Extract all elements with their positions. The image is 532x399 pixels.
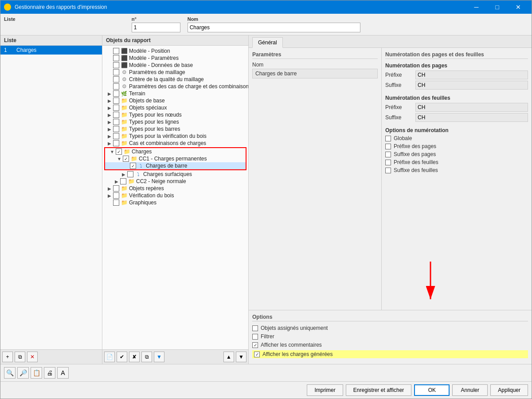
tree-item-params-cas[interactable]: ⚙ Paramètres des cas de charge et des co…: [102, 83, 248, 90]
tree-item-objets-speciaux[interactable]: ▶ 📁 Objets spéciaux: [102, 104, 248, 111]
tree-item-types-barres[interactable]: ▶ 📁 Types pour les barres: [102, 125, 248, 133]
ok-button[interactable]: OK: [414, 384, 450, 396]
opt-globale-cb[interactable]: [385, 136, 391, 141]
model-icon: ⬛: [121, 55, 128, 61]
opt-commentaires-cb[interactable]: [252, 342, 258, 348]
filter-btn[interactable]: ▼: [154, 352, 164, 362]
tree-checkbox[interactable]: [113, 98, 119, 104]
pages-suffix-row: Suffixe CH: [385, 81, 528, 90]
new-btn[interactable]: 📄: [104, 352, 115, 362]
tree-checkbox[interactable]: [120, 178, 126, 184]
feuilles-prefix-value: CH: [415, 103, 528, 112]
tree-checkbox[interactable]: [113, 200, 119, 206]
folder-icon: 📁: [121, 126, 128, 132]
pages-prefix-value: CH: [415, 70, 528, 79]
tree-checkbox[interactable]: [113, 55, 119, 61]
tree-item-modele-params[interactable]: ⬛ Modèle - Paramètres: [102, 55, 248, 62]
tree-checkbox[interactable]: [113, 90, 119, 97]
opt-assignes-label: Objets assignés uniquement: [261, 325, 328, 331]
tree-checkbox[interactable]: [113, 133, 119, 139]
list-area: 1 Charges: [0, 46, 102, 349]
appliquer-button[interactable]: Appliquer: [490, 384, 528, 396]
tree-checkbox[interactable]: [113, 112, 119, 118]
toolbar-right-group: ▲ ▼: [223, 352, 246, 362]
tree-item-cc2[interactable]: ▶ 📁 CC2 - Neige normale: [102, 178, 248, 185]
tree-checkbox[interactable]: [127, 171, 133, 177]
tree-checkbox[interactable]: [113, 192, 119, 199]
tree-area: ⬛ Modèle - Position ⬛ Modèle - Paramètre…: [102, 46, 248, 349]
list-item[interactable]: 1 Charges: [0, 46, 102, 55]
tree-item-charges[interactable]: ▼ 📁 Charges: [105, 148, 246, 155]
delete-button[interactable]: ✕: [27, 352, 38, 362]
window-title: Gestionnaire des rapports d'impression: [15, 4, 466, 10]
tree-item-modele-donnees[interactable]: ⬛ Modèle - Données de base: [102, 62, 248, 69]
tree-item-objets-base[interactable]: ▶ 📁 Objets de base: [102, 97, 248, 104]
tab-general[interactable]: Général: [252, 37, 283, 48]
tree-checkbox[interactable]: [113, 185, 119, 192]
copy-btn[interactable]: ⧉: [141, 352, 152, 362]
tree-item-critere-maillage[interactable]: ⚙ Critère de la qualité du maillage: [102, 76, 248, 83]
params-title: Paramètres: [252, 51, 378, 59]
tree-label: CC2 - Neige normale: [136, 178, 186, 184]
tree-item-graphiques[interactable]: 📁 Graphiques: [102, 199, 248, 206]
opt-prefix-pages-cb[interactable]: [385, 144, 391, 149]
tree-item-types-lignes[interactable]: ▶ 📁 Types pour les lignes: [102, 118, 248, 125]
pages-prefix-row: Préfixe CH: [385, 70, 528, 79]
add-button[interactable]: +: [2, 352, 13, 362]
opt-prefix-feuilles-cb[interactable]: [385, 160, 391, 165]
tree-label: Types pour les lignes: [129, 119, 179, 125]
opt-assignes-cb[interactable]: [252, 325, 258, 331]
tree-checkbox-charges-barre[interactable]: [130, 163, 136, 169]
close-button[interactable]: ✕: [508, 0, 528, 14]
bt-search-btn[interactable]: 🔍: [4, 367, 16, 379]
tree-item-verif-bois[interactable]: ▶ 📁 Vérification du bois: [102, 192, 248, 199]
opt-charges-generees-cb[interactable]: [254, 352, 260, 357]
feuilles-prefix-label: Préfixe: [385, 104, 412, 110]
check-btn[interactable]: ✔: [117, 352, 127, 362]
tree-checkbox[interactable]: [113, 83, 119, 90]
bt-print-btn[interactable]: 🖨: [44, 367, 55, 379]
tree-item-charges-surfaciques[interactable]: ▶ ⤵ Charges surfaciques: [102, 171, 248, 178]
tree-item-cc1[interactable]: ▼ 📁 CC1 - Charges permanentes: [105, 155, 246, 162]
opt-suffix-feuilles-cb[interactable]: [385, 168, 391, 173]
down-btn[interactable]: ▼: [236, 352, 246, 362]
tree-checkbox[interactable]: [113, 69, 119, 75]
tree-checkbox[interactable]: [113, 48, 119, 54]
tree-item-types-noeuds[interactable]: ▶ 📁 Types pour les nœuds: [102, 111, 248, 118]
opt-suffix-pages-cb[interactable]: [385, 152, 391, 157]
opt-suffix-feuilles-row: Suffixe des feuilles: [385, 167, 528, 173]
tree-label: Objets spéciaux: [129, 105, 167, 111]
tree-checkbox[interactable]: [113, 62, 119, 68]
tree-checkbox[interactable]: [113, 119, 119, 125]
num-pages-subsection: Numérotation des pages Préfixe CH Suffix…: [385, 63, 528, 90]
tree-label: Types pour les nœuds: [129, 112, 182, 118]
num-input[interactable]: [132, 23, 180, 32]
bt-zoom-btn[interactable]: 🔎: [17, 367, 29, 379]
up-btn[interactable]: ▲: [223, 352, 234, 362]
opt-filtrer-row: Filtrer: [252, 333, 528, 340]
tree-item-charges-barre[interactable]: ⤵ Charges de barre: [105, 162, 246, 169]
tree-checkbox[interactable]: [113, 126, 119, 132]
enregistrer-button[interactable]: Enregistrer et afficher: [346, 384, 412, 396]
opt-filtrer-cb[interactable]: [252, 334, 258, 340]
tree-checkbox-cc1[interactable]: [123, 156, 129, 162]
tree-item-terrain[interactable]: ▶ 🌿 Terrain: [102, 90, 248, 97]
tree-checkbox[interactable]: [113, 76, 119, 82]
imprimer-button[interactable]: Imprimer: [307, 384, 343, 396]
tree-item-params-maillage[interactable]: ⚙ Paramètres de maillage: [102, 69, 248, 76]
tree-item-cas-combinaisons[interactable]: ▶ 📁 Cas et combinaisons de charges: [102, 140, 248, 147]
bt-lang-btn[interactable]: A: [57, 367, 69, 379]
nom-input[interactable]: [188, 23, 360, 32]
copy-button[interactable]: ⧉: [15, 352, 25, 362]
tree-item-objets-reperes[interactable]: ▶ 📁 Objets repères: [102, 185, 248, 192]
maximize-button[interactable]: □: [487, 0, 507, 14]
annuler-button[interactable]: Annuler: [452, 384, 488, 396]
uncheck-btn[interactable]: ✘: [129, 352, 140, 362]
tree-checkbox[interactable]: [113, 105, 119, 111]
minimize-button[interactable]: ─: [466, 0, 486, 14]
tree-item-types-bois[interactable]: ▶ 📁 Types pour la vérification du bois: [102, 133, 248, 140]
tree-item-modele-position[interactable]: ⬛ Modèle - Position: [102, 47, 248, 55]
tree-checkbox[interactable]: [113, 140, 119, 146]
bt-report-btn[interactable]: 📋: [31, 367, 42, 379]
tree-checkbox-charges[interactable]: [116, 149, 122, 155]
